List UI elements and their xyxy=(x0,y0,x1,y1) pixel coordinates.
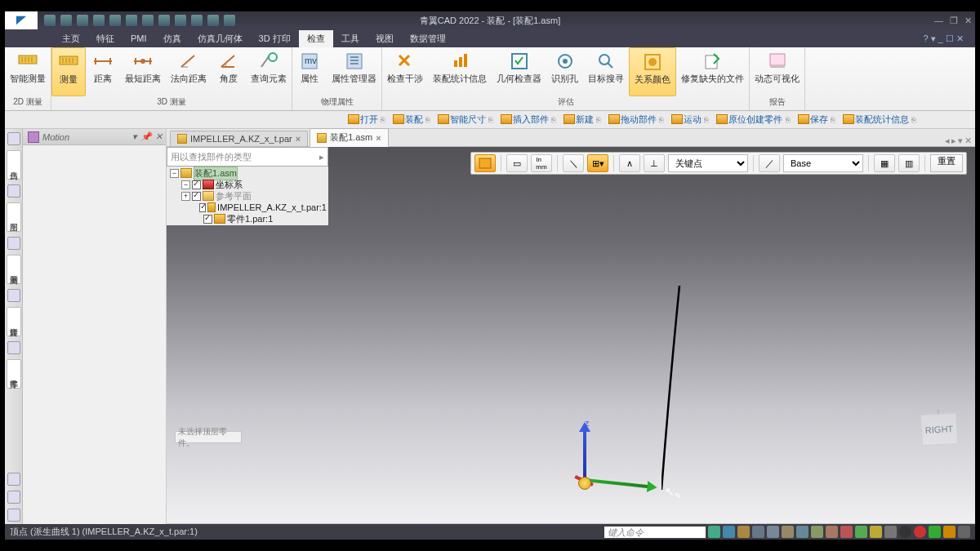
status-icon[interactable] xyxy=(767,526,779,538)
qat-icon[interactable] xyxy=(93,15,105,26)
qat-icon[interactable] xyxy=(207,15,219,26)
keypoint-select[interactable]: 关键点 xyxy=(668,154,748,172)
toolbar-button[interactable]: Inmm xyxy=(531,154,552,172)
grid-button[interactable]: ▦ xyxy=(874,154,895,172)
qat-icon[interactable] xyxy=(109,15,121,26)
reset-button[interactable]: 重置 xyxy=(930,154,963,172)
viewport-3d[interactable]: 用以查找部件的类型▸ −装配1.asm−坐标系+参考平面IMPELLER_A.K… xyxy=(167,147,975,523)
expand-icon[interactable]: + xyxy=(181,192,190,201)
doc-tab-asm1[interactable]: 装配1.asm× xyxy=(310,128,388,147)
close-panel-icon[interactable]: ✕ xyxy=(155,131,163,142)
perpendicular-button[interactable]: ⊥ xyxy=(644,154,665,172)
target-search-button[interactable]: 目标搜寻 xyxy=(583,47,629,96)
y-axis-icon[interactable] xyxy=(585,478,655,489)
strip-icon[interactable] xyxy=(7,237,20,250)
status-icon[interactable] xyxy=(708,526,720,538)
strip-icon[interactable] xyxy=(7,491,20,504)
properties-button[interactable]: mv属性 xyxy=(292,47,327,96)
help-icon[interactable]: ? ▾ _ ☐ ✕ xyxy=(924,33,964,44)
status-icon[interactable] xyxy=(899,526,911,538)
strip-icon[interactable] xyxy=(7,132,20,145)
tree-node[interactable]: −装配1.asm xyxy=(167,167,328,179)
close-tab-icon[interactable]: × xyxy=(296,134,301,144)
config-button[interactable]: ▥ xyxy=(898,154,920,172)
recognize-button[interactable]: 识别孔 xyxy=(546,47,583,96)
status-icon[interactable] xyxy=(723,526,735,538)
strip-button[interactable]: 仿真 xyxy=(7,150,21,180)
close-icon[interactable]: ✕ xyxy=(964,16,972,26)
qat-icon[interactable] xyxy=(142,15,154,26)
expand-icon[interactable]: − xyxy=(181,180,190,189)
ribbon-tab-8[interactable]: 视图 xyxy=(368,30,402,47)
strip-button[interactable]: 旋转库 xyxy=(7,307,21,336)
ribbon-tab-3[interactable]: 仿真 xyxy=(155,30,189,47)
ctx-open[interactable]: 打开 ⎘ xyxy=(348,113,385,126)
status-icon[interactable] xyxy=(782,526,794,538)
min-distance-button[interactable]: 最短距离 xyxy=(120,47,166,96)
ribbon-tab-5[interactable]: 3D 打印 xyxy=(251,30,299,47)
edge-button[interactable]: ／ xyxy=(759,154,780,172)
ctx-smart-dim[interactable]: 智能尺寸 ⎘ xyxy=(438,113,492,126)
status-icon[interactable] xyxy=(929,526,941,538)
qat-icon[interactable] xyxy=(60,15,72,26)
status-icon[interactable] xyxy=(958,526,970,538)
maximize-icon[interactable]: ❐ xyxy=(950,16,958,26)
list-icon[interactable]: ▾ xyxy=(958,136,963,146)
assembly-stats-button[interactable]: 装配统计信息 xyxy=(428,47,492,96)
ribbon-tab-1[interactable]: 特征 xyxy=(88,30,122,47)
strip-icon[interactable] xyxy=(7,341,20,354)
status-icon[interactable] xyxy=(796,526,808,538)
next-icon[interactable]: ▸ xyxy=(951,136,956,146)
ctx-save[interactable]: 保存 ⎘ xyxy=(798,113,835,126)
geometry-checker-button[interactable]: 几何检查器 xyxy=(492,47,546,96)
ribbon-tab-9[interactable]: 数据管理 xyxy=(402,30,454,47)
tree-search-input[interactable]: 用以查找部件的类型▸ xyxy=(167,147,328,167)
toolbar-button[interactable]: ▭ xyxy=(506,154,528,172)
record-icon[interactable] xyxy=(914,526,926,538)
ribbon-tab-2[interactable]: PMI xyxy=(122,31,155,46)
relation-color-button[interactable]: 关系颜色 xyxy=(629,47,676,96)
tree-node[interactable]: 零件1.par:1 xyxy=(167,213,328,224)
strip-icon[interactable] xyxy=(7,289,20,302)
checkbox[interactable] xyxy=(203,215,212,224)
z-axis-icon[interactable] xyxy=(583,424,586,482)
status-icon[interactable] xyxy=(855,526,867,538)
repair-missing-button[interactable]: 修复缺失的文件 xyxy=(676,47,749,96)
dropdown-icon[interactable]: ▾ xyxy=(132,131,137,142)
strip-button[interactable]: 图层 xyxy=(7,202,21,232)
ctx-insert-part[interactable]: 插入部件 ⎘ xyxy=(501,113,555,126)
qat-icon[interactable] xyxy=(44,15,56,26)
strip-icon[interactable] xyxy=(7,473,20,486)
status-icon[interactable] xyxy=(943,526,956,538)
smart-measure-button[interactable]: 智能测量 xyxy=(5,47,51,96)
measure-mode-button[interactable] xyxy=(474,154,496,172)
ribbon-tab-4[interactable]: 仿真几何体 xyxy=(189,30,251,47)
line-button[interactable]: ＼ xyxy=(563,154,584,172)
check-interference-button[interactable]: 检查干涉 xyxy=(382,47,428,96)
base-select[interactable]: Base xyxy=(783,154,863,172)
status-icon[interactable] xyxy=(870,526,882,538)
close-tab-icon[interactable]: × xyxy=(376,133,381,143)
expand-icon[interactable]: − xyxy=(170,169,179,178)
origin-icon[interactable] xyxy=(578,477,591,490)
normal-distance-button[interactable]: 法向距离 xyxy=(166,47,212,96)
qat-icon[interactable] xyxy=(175,15,186,26)
ctx-drag-part[interactable]: 拖动部件 ⎘ xyxy=(608,113,663,126)
ctx-create-inplace[interactable]: 原位创建零件 ⎘ xyxy=(716,113,789,126)
status-icon[interactable] xyxy=(752,526,764,538)
checkbox[interactable] xyxy=(192,192,201,201)
angle-button[interactable]: ∧ xyxy=(619,154,640,172)
property-manager-button[interactable]: 属性管理器 xyxy=(327,47,381,96)
status-icon[interactable] xyxy=(884,526,897,538)
tree-node[interactable]: +参考平面 xyxy=(167,190,328,202)
qat-icon[interactable] xyxy=(126,15,137,26)
ribbon-tab-7[interactable]: 工具 xyxy=(333,30,368,47)
prev-icon[interactable]: ◂ xyxy=(945,136,950,146)
view-cube[interactable]: ↑RIGHT xyxy=(920,413,958,446)
measure-button[interactable]: 测量 xyxy=(51,47,86,96)
status-icon[interactable] xyxy=(840,526,853,538)
tree-node[interactable]: IMPELLER_A.KZ_x_t.par:1 xyxy=(167,202,328,213)
pin-icon[interactable]: 📌 xyxy=(140,131,152,142)
snap-button[interactable]: ⊞▾ xyxy=(587,154,608,172)
checkbox[interactable] xyxy=(199,203,206,212)
